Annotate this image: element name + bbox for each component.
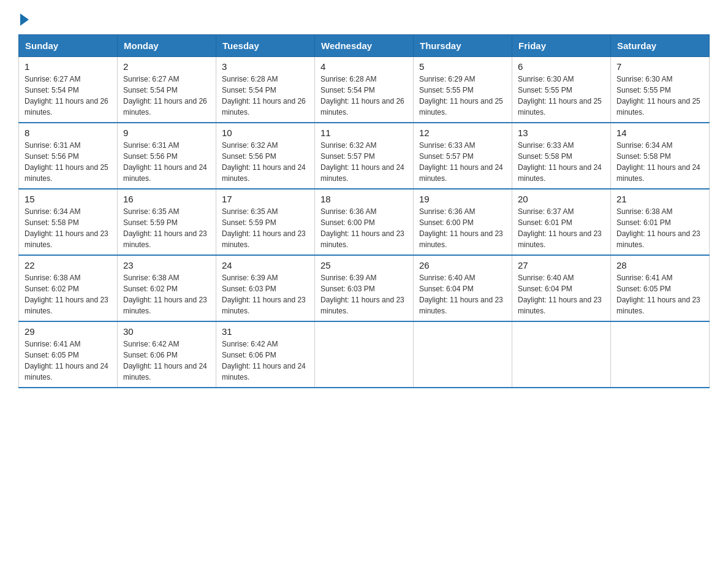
weekday-header-saturday: Saturday xyxy=(611,35,710,57)
weekday-header-friday: Friday xyxy=(512,35,611,57)
day-number: 7 xyxy=(616,61,703,72)
calendar-cell: 25 Sunrise: 6:39 AM Sunset: 6:03 PM Dayl… xyxy=(315,255,414,321)
calendar-cell: 15 Sunrise: 6:34 AM Sunset: 5:58 PM Dayl… xyxy=(19,189,118,255)
logo xyxy=(18,12,29,23)
day-number: 5 xyxy=(419,61,506,72)
day-number: 11 xyxy=(320,128,408,138)
day-info: Sunrise: 6:34 AM Sunset: 5:58 PM Dayligh… xyxy=(25,206,112,250)
weekday-header-sunday: Sunday xyxy=(19,35,118,57)
day-number: 20 xyxy=(518,194,605,204)
calendar-week-row: 8 Sunrise: 6:31 AM Sunset: 5:56 PM Dayli… xyxy=(19,123,710,189)
day-info: Sunrise: 6:38 AM Sunset: 6:02 PM Dayligh… xyxy=(123,272,210,316)
calendar-cell: 27 Sunrise: 6:40 AM Sunset: 6:04 PM Dayl… xyxy=(512,255,611,321)
day-number: 28 xyxy=(616,260,703,270)
day-number: 3 xyxy=(222,61,309,72)
calendar-cell: 6 Sunrise: 6:30 AM Sunset: 5:55 PM Dayli… xyxy=(512,57,611,123)
day-number: 25 xyxy=(320,260,408,270)
day-number: 16 xyxy=(123,194,210,204)
day-info: Sunrise: 6:40 AM Sunset: 6:04 PM Dayligh… xyxy=(419,272,506,316)
day-number: 8 xyxy=(25,128,112,138)
calendar-cell xyxy=(414,321,512,388)
day-info: Sunrise: 6:39 AM Sunset: 6:03 PM Dayligh… xyxy=(320,272,408,316)
calendar-week-row: 1 Sunrise: 6:27 AM Sunset: 5:54 PM Dayli… xyxy=(19,57,710,123)
day-number: 17 xyxy=(222,194,309,204)
calendar-cell: 26 Sunrise: 6:40 AM Sunset: 6:04 PM Dayl… xyxy=(414,255,512,321)
weekday-header-wednesday: Wednesday xyxy=(315,35,414,57)
calendar-cell: 1 Sunrise: 6:27 AM Sunset: 5:54 PM Dayli… xyxy=(19,57,118,123)
day-number: 21 xyxy=(616,194,703,204)
calendar-cell: 17 Sunrise: 6:35 AM Sunset: 5:59 PM Dayl… xyxy=(216,189,315,255)
calendar-cell: 16 Sunrise: 6:35 AM Sunset: 5:59 PM Dayl… xyxy=(118,189,216,255)
day-number: 10 xyxy=(222,128,309,138)
calendar-cell: 24 Sunrise: 6:39 AM Sunset: 6:03 PM Dayl… xyxy=(216,255,315,321)
day-number: 2 xyxy=(123,61,210,72)
day-number: 31 xyxy=(222,326,309,337)
day-info: Sunrise: 6:30 AM Sunset: 5:55 PM Dayligh… xyxy=(518,74,605,118)
day-number: 24 xyxy=(222,260,309,270)
calendar-week-row: 22 Sunrise: 6:38 AM Sunset: 6:02 PM Dayl… xyxy=(19,255,710,321)
day-info: Sunrise: 6:40 AM Sunset: 6:04 PM Dayligh… xyxy=(518,272,605,316)
day-number: 30 xyxy=(123,326,210,337)
calendar-cell: 10 Sunrise: 6:32 AM Sunset: 5:56 PM Dayl… xyxy=(216,123,315,189)
calendar-cell: 23 Sunrise: 6:38 AM Sunset: 6:02 PM Dayl… xyxy=(118,255,216,321)
day-info: Sunrise: 6:36 AM Sunset: 6:00 PM Dayligh… xyxy=(419,206,506,250)
day-info: Sunrise: 6:38 AM Sunset: 6:02 PM Dayligh… xyxy=(25,272,112,316)
calendar-cell: 18 Sunrise: 6:36 AM Sunset: 6:00 PM Dayl… xyxy=(315,189,414,255)
calendar-cell: 9 Sunrise: 6:31 AM Sunset: 5:56 PM Dayli… xyxy=(118,123,216,189)
calendar-cell: 22 Sunrise: 6:38 AM Sunset: 6:02 PM Dayl… xyxy=(19,255,118,321)
day-number: 4 xyxy=(320,61,408,72)
day-info: Sunrise: 6:35 AM Sunset: 5:59 PM Dayligh… xyxy=(222,206,309,250)
calendar-cell: 29 Sunrise: 6:41 AM Sunset: 6:05 PM Dayl… xyxy=(19,321,118,388)
day-info: Sunrise: 6:28 AM Sunset: 5:54 PM Dayligh… xyxy=(320,74,408,118)
day-info: Sunrise: 6:35 AM Sunset: 5:59 PM Dayligh… xyxy=(123,206,210,250)
calendar-cell: 12 Sunrise: 6:33 AM Sunset: 5:57 PM Dayl… xyxy=(414,123,512,189)
day-number: 23 xyxy=(123,260,210,270)
day-number: 9 xyxy=(123,128,210,138)
day-info: Sunrise: 6:32 AM Sunset: 5:57 PM Dayligh… xyxy=(320,140,408,184)
calendar-week-row: 29 Sunrise: 6:41 AM Sunset: 6:05 PM Dayl… xyxy=(19,321,710,388)
day-info: Sunrise: 6:41 AM Sunset: 6:05 PM Dayligh… xyxy=(616,272,703,316)
header xyxy=(18,12,710,23)
day-number: 19 xyxy=(419,194,506,204)
calendar-cell: 13 Sunrise: 6:33 AM Sunset: 5:58 PM Dayl… xyxy=(512,123,611,189)
calendar-week-row: 15 Sunrise: 6:34 AM Sunset: 5:58 PM Dayl… xyxy=(19,189,710,255)
day-number: 6 xyxy=(518,61,605,72)
calendar-table: SundayMondayTuesdayWednesdayThursdayFrid… xyxy=(18,34,710,388)
calendar-header: SundayMondayTuesdayWednesdayThursdayFrid… xyxy=(19,35,710,57)
day-info: Sunrise: 6:27 AM Sunset: 5:54 PM Dayligh… xyxy=(123,74,210,118)
calendar-cell: 20 Sunrise: 6:37 AM Sunset: 6:01 PM Dayl… xyxy=(512,189,611,255)
calendar-cell: 31 Sunrise: 6:42 AM Sunset: 6:06 PM Dayl… xyxy=(216,321,315,388)
day-info: Sunrise: 6:36 AM Sunset: 6:00 PM Dayligh… xyxy=(320,206,408,250)
day-number: 12 xyxy=(419,128,506,138)
day-number: 26 xyxy=(419,260,506,270)
calendar-cell: 4 Sunrise: 6:28 AM Sunset: 5:54 PM Dayli… xyxy=(315,57,414,123)
day-info: Sunrise: 6:32 AM Sunset: 5:56 PM Dayligh… xyxy=(222,140,309,184)
calendar-cell: 8 Sunrise: 6:31 AM Sunset: 5:56 PM Dayli… xyxy=(19,123,118,189)
calendar-cell xyxy=(512,321,611,388)
calendar-cell: 28 Sunrise: 6:41 AM Sunset: 6:05 PM Dayl… xyxy=(611,255,710,321)
calendar-body: 1 Sunrise: 6:27 AM Sunset: 5:54 PM Dayli… xyxy=(19,57,710,388)
day-number: 18 xyxy=(320,194,408,204)
day-info: Sunrise: 6:33 AM Sunset: 5:57 PM Dayligh… xyxy=(419,140,506,184)
day-number: 29 xyxy=(25,326,112,337)
calendar-cell xyxy=(315,321,414,388)
day-number: 1 xyxy=(25,61,112,72)
day-info: Sunrise: 6:33 AM Sunset: 5:58 PM Dayligh… xyxy=(518,140,605,184)
calendar-cell: 11 Sunrise: 6:32 AM Sunset: 5:57 PM Dayl… xyxy=(315,123,414,189)
weekday-header-tuesday: Tuesday xyxy=(216,35,315,57)
day-info: Sunrise: 6:39 AM Sunset: 6:03 PM Dayligh… xyxy=(222,272,309,316)
day-info: Sunrise: 6:31 AM Sunset: 5:56 PM Dayligh… xyxy=(123,140,210,184)
calendar-cell: 14 Sunrise: 6:34 AM Sunset: 5:58 PM Dayl… xyxy=(611,123,710,189)
day-info: Sunrise: 6:27 AM Sunset: 5:54 PM Dayligh… xyxy=(25,74,112,118)
day-info: Sunrise: 6:42 AM Sunset: 6:06 PM Dayligh… xyxy=(123,339,210,383)
day-info: Sunrise: 6:34 AM Sunset: 5:58 PM Dayligh… xyxy=(616,140,703,184)
day-info: Sunrise: 6:28 AM Sunset: 5:54 PM Dayligh… xyxy=(222,74,309,118)
day-info: Sunrise: 6:30 AM Sunset: 5:55 PM Dayligh… xyxy=(616,74,703,118)
calendar-cell: 7 Sunrise: 6:30 AM Sunset: 5:55 PM Dayli… xyxy=(611,57,710,123)
day-info: Sunrise: 6:29 AM Sunset: 5:55 PM Dayligh… xyxy=(419,74,506,118)
calendar-cell: 19 Sunrise: 6:36 AM Sunset: 6:00 PM Dayl… xyxy=(414,189,512,255)
weekday-header-monday: Monday xyxy=(118,35,216,57)
calendar-cell: 3 Sunrise: 6:28 AM Sunset: 5:54 PM Dayli… xyxy=(216,57,315,123)
calendar-cell: 30 Sunrise: 6:42 AM Sunset: 6:06 PM Dayl… xyxy=(118,321,216,388)
day-info: Sunrise: 6:37 AM Sunset: 6:01 PM Dayligh… xyxy=(518,206,605,250)
